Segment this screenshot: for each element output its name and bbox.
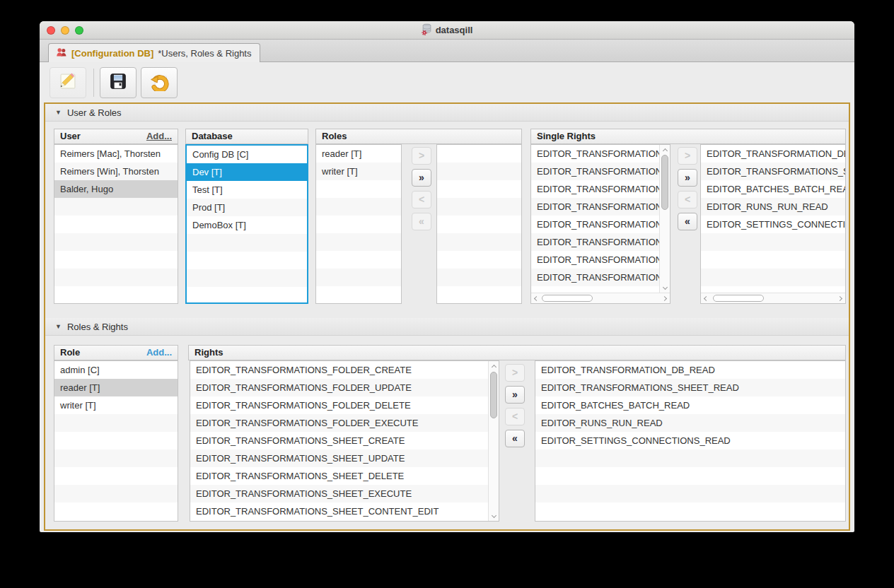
rights-move-right-button[interactable]: > [505, 364, 525, 382]
scroll-right-arrow-icon[interactable] [661, 293, 670, 303]
scroll-left-arrow-icon[interactable] [531, 293, 540, 303]
close-button[interactable] [47, 26, 55, 35]
scroll-up-arrow-icon[interactable] [660, 145, 670, 154]
save-button[interactable] [100, 67, 137, 98]
single-rights-move-left-button[interactable]: < [678, 191, 697, 208]
single-rights-panel-header: Single Rights [530, 129, 846, 144]
list-item[interactable]: EDITOR_TRANSFORMATIONS_SHEET_DELETE [190, 467, 488, 485]
edit-button[interactable] [50, 67, 86, 98]
role-header-label: Role [60, 346, 80, 360]
list-item[interactable]: Reimers [Mac], Thorsten [54, 145, 178, 163]
list-item[interactable]: Balder, Hugo [54, 180, 178, 198]
list-item[interactable]: EDITOR_SETTINGS_CONNECTIONS_READ [701, 216, 845, 233]
tab-db-label: [Configuration DB] [71, 48, 153, 59]
list-item [316, 251, 401, 269]
section-header-roles-rights[interactable]: ▼ Roles & Rights [45, 318, 849, 336]
list-item[interactable]: EDITOR_BATCHES_BATCH_READ [535, 396, 845, 414]
roles-move-right-button[interactable]: > [412, 147, 431, 165]
list-item[interactable]: EDITOR_TRANSFORMATIONS_FOLDER_UPDATE [190, 379, 488, 396]
list-item[interactable]: DemoBox [T] [187, 216, 307, 234]
single-rights-move-all-right-button[interactable]: » [678, 169, 697, 187]
list-item[interactable]: EDITOR_TRANSFORMATIONS_SHEET_UPDATE [190, 449, 488, 467]
add-user-link[interactable]: Add... [146, 129, 172, 143]
list-item [437, 251, 521, 269]
list-item[interactable]: reader [T] [54, 379, 178, 396]
scrollbar-thumb[interactable] [542, 295, 593, 302]
content-area: ▼ User & Roles User Add... Reimers [Mac]… [44, 102, 850, 531]
list-item[interactable]: EDITOR_TRANSFORMATIONS_FOLDER_EXECUTE [190, 414, 488, 432]
list-item[interactable]: Reimers [Win], Thorsten [54, 163, 178, 180]
list-item [437, 286, 521, 304]
undo-arrow-icon [149, 71, 169, 94]
scroll-down-arrow-icon[interactable] [489, 512, 499, 521]
list-item[interactable]: EDITOR_TRANSFORMATIONS_SHEET_READ [535, 379, 845, 396]
minimize-button[interactable] [61, 26, 69, 35]
list-item [187, 252, 307, 269]
scroll-up-arrow-icon[interactable] [489, 361, 499, 370]
single-rights-move-right-button[interactable]: > [678, 147, 697, 165]
list-item [437, 145, 521, 163]
list-item[interactable]: Test [T] [187, 181, 307, 199]
list-item[interactable]: writer [T] [316, 163, 401, 180]
rights-move-left-button[interactable]: < [505, 408, 525, 425]
horizontal-scrollbar[interactable] [701, 293, 845, 303]
vertical-scrollbar[interactable] [488, 361, 499, 521]
scrollbar-thumb[interactable] [661, 155, 668, 210]
list-item[interactable]: EDITOR_TRANSFORMATIONS_FOLDER_EXECUTE [531, 198, 659, 216]
roles-move-all-right-button[interactable]: » [412, 169, 431, 187]
list-item [187, 234, 307, 252]
section-header-user-roles[interactable]: ▼ User & Roles [45, 104, 849, 122]
zoom-button[interactable] [75, 26, 83, 35]
list-item[interactable]: EDITOR_TRANSFORMATIONS_SHEET_DELETE [531, 251, 659, 269]
list-item[interactable]: EDITOR_TRANSFORMATIONS_SHEET_CREATE [531, 216, 659, 233]
roles-move-all-left-button[interactable]: « [412, 213, 431, 230]
list-item[interactable]: EDITOR_TRANSFORMATIONS_SHEET_UPDATE [531, 233, 659, 251]
list-item[interactable]: EDITOR_TRANSFORMATIONS_SHEET_EXECUTE [190, 485, 488, 502]
scroll-down-arrow-icon[interactable] [660, 283, 670, 293]
list-item[interactable]: EDITOR_TRANSFORMATIONS_FOLDER_CREATE [531, 145, 659, 163]
collapse-triangle-icon: ▼ [55, 109, 62, 116]
list-item[interactable]: EDITOR_TRANSFORMATIONS_SHEET_READ [701, 163, 845, 180]
rights-move-all-right-button[interactable]: » [505, 386, 525, 404]
scrollbar-thumb[interactable] [490, 372, 497, 418]
undo-button[interactable] [141, 67, 178, 98]
list-item[interactable]: Dev [T] [187, 163, 307, 181]
vertical-scrollbar[interactable] [659, 145, 670, 293]
scroll-left-arrow-icon[interactable] [701, 293, 710, 303]
single-rights-move-all-left-button[interactable]: « [678, 213, 697, 230]
scroll-right-arrow-icon[interactable] [836, 293, 845, 303]
list-item[interactable]: EDITOR_TRANSFORMATIONS_FOLDER_UPDATE [531, 163, 659, 180]
list-item[interactable]: EDITOR_TRANSFORMATIONS_SHEET_CONTENT_EDI… [190, 502, 488, 520]
list-item[interactable]: EDITOR_BATCHES_BATCH_READ [701, 180, 845, 198]
list-item[interactable]: reader [T] [316, 145, 401, 163]
list-item[interactable]: admin [C] [54, 361, 178, 379]
list-item[interactable]: EDITOR_RUNS_RUN_READ [535, 414, 845, 432]
list-item[interactable]: writer [T] [54, 396, 178, 414]
list-item[interactable]: EDITOR_TRANSFORMATIONS_FOLDER_DELETE [190, 396, 488, 414]
list-item [316, 216, 401, 233]
list-item[interactable]: EDITOR_TRANSFORMATION_DB_READ [535, 361, 845, 379]
list-item[interactable]: EDITOR_RUNS_RUN_READ [701, 198, 845, 216]
list-item[interactable]: EDITOR_TRANSFORMATIONS_FOLDER_CREATE [190, 361, 488, 379]
scrollbar-thumb[interactable] [713, 295, 764, 302]
list-item[interactable]: EDITOR_TRANSFORMATIONS_SHEET_CREATE [190, 432, 488, 449]
list-item[interactable]: Config DB [C] [187, 146, 307, 163]
section-body-user-roles: User Add... Reimers [Mac], ThorstenReime… [45, 122, 849, 318]
roles-move-left-button[interactable]: < [412, 191, 431, 208]
list-item[interactable]: EDITOR_TRANSFORMATIONS_SHEET_EXECUTE [531, 269, 659, 286]
roles-available-list: reader [T]writer [T] [315, 144, 402, 304]
list-item[interactable]: Prod [T] [187, 199, 307, 216]
user-header-label: User [60, 129, 81, 143]
tab-title: *Users, Roles & Rights [158, 48, 251, 59]
add-role-link[interactable]: Add... [146, 346, 172, 360]
horizontal-scrollbar[interactable] [531, 293, 670, 303]
section-title: User & Roles [67, 107, 122, 118]
list-item[interactable]: EDITOR_TRANSFORMATION_DB_READ [701, 145, 845, 163]
list-item [54, 467, 178, 485]
pencil-icon [58, 71, 78, 94]
tab-users-roles-rights[interactable]: [Configuration DB] *Users, Roles & Right… [48, 43, 260, 62]
database-panel-header: Database [185, 129, 308, 144]
rights-move-all-left-button[interactable]: « [505, 430, 525, 447]
list-item[interactable]: EDITOR_TRANSFORMATIONS_FOLDER_DELETE [531, 180, 659, 198]
list-item[interactable]: EDITOR_SETTINGS_CONNECTIONS_READ [535, 432, 845, 449]
